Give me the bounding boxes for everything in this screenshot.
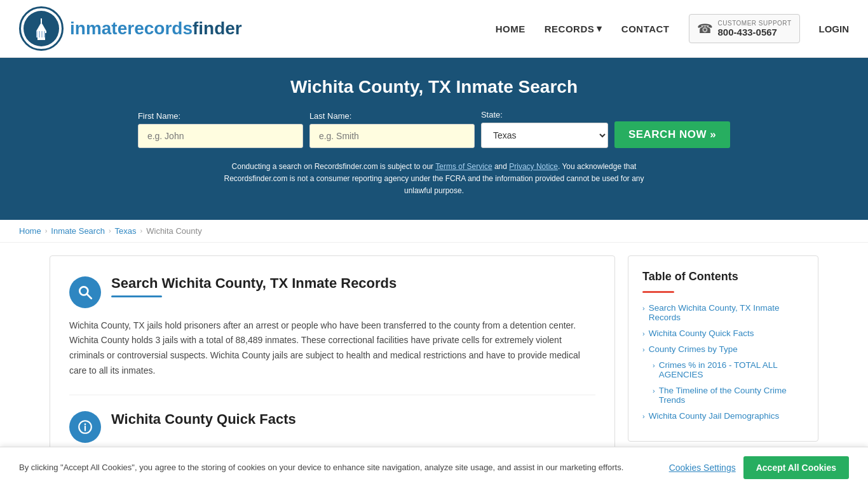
cookie-settings-button[interactable]: Cookies Settings bbox=[669, 463, 736, 473]
main-content: Search Wichita County, TX Inmate Records… bbox=[31, 255, 837, 463]
left-content: Search Wichita County, TX Inmate Records… bbox=[50, 255, 615, 463]
hero-disclaimer: Conducting a search on Recordsfinder.com… bbox=[212, 161, 656, 198]
svg-rect-8 bbox=[44, 31, 45, 37]
toc-list: › Search Wichita County, TX Inmate Recor… bbox=[642, 303, 804, 421]
main-nav: HOME RECORDS ▾ CONTACT ☎ CUSTOMER SUPPOR… bbox=[496, 14, 849, 43]
cookie-accept-button[interactable]: Accept All Cookies bbox=[743, 456, 849, 475]
state-label: State: bbox=[481, 110, 503, 119]
section-divider bbox=[69, 395, 595, 395]
breadcrumb-wichita: Wichita County bbox=[146, 226, 201, 236]
last-name-label: Last Name: bbox=[309, 111, 351, 121]
info-icon bbox=[77, 419, 93, 435]
nav-home[interactable]: HOME bbox=[496, 24, 526, 34]
logo-text: inmaterecordsfinder bbox=[70, 18, 242, 39]
breadcrumb: Home › Inmate Search › Texas › Wichita C… bbox=[0, 220, 868, 243]
search-icon bbox=[77, 284, 93, 301]
chevron-right-icon: › bbox=[653, 362, 655, 369]
first-name-group: First Name: bbox=[138, 111, 303, 148]
toc-title: Table of Contents bbox=[642, 270, 804, 283]
breadcrumb-sep-2: › bbox=[109, 227, 111, 234]
breadcrumb-inmate-search[interactable]: Inmate Search bbox=[51, 226, 105, 236]
breadcrumb-sep-1: › bbox=[45, 227, 48, 234]
support-label: CUSTOMER SUPPORT bbox=[718, 20, 792, 27]
svg-rect-5 bbox=[36, 31, 37, 37]
chevron-right-icon: › bbox=[642, 304, 645, 312]
right-sidebar: Table of Contents › Search Wichita Count… bbox=[628, 255, 818, 442]
phone-icon: ☎ bbox=[697, 21, 713, 36]
search-button[interactable]: SEARCH NOW » bbox=[614, 121, 730, 148]
chevron-right-icon: › bbox=[642, 346, 645, 353]
nav-records[interactable]: RECORDS ▾ bbox=[545, 23, 602, 34]
search-icon-circle bbox=[69, 276, 101, 308]
logo-icon bbox=[19, 6, 64, 51]
logo-area: inmaterecordsfinder bbox=[19, 6, 242, 51]
cookie-actions: Cookies Settings Accept All Cookies bbox=[669, 456, 849, 475]
chevron-down-icon: ▾ bbox=[597, 23, 602, 34]
breadcrumb-home[interactable]: Home bbox=[19, 226, 41, 236]
nav-login[interactable]: LOGIN bbox=[819, 24, 850, 34]
breadcrumb-sep-3: › bbox=[140, 227, 143, 234]
section1-header: Search Wichita County, TX Inmate Records bbox=[69, 275, 595, 308]
first-name-label: First Name: bbox=[138, 111, 180, 121]
toc-underline bbox=[642, 291, 674, 293]
toc-item-1: › Search Wichita County, TX Inmate Recor… bbox=[642, 303, 804, 322]
toc-link-6[interactable]: › Wichita County Jail Demographics bbox=[642, 411, 804, 421]
svg-rect-7 bbox=[41, 31, 43, 37]
state-group: State: Texas bbox=[481, 110, 608, 148]
svg-rect-4 bbox=[41, 18, 42, 23]
section2-header: Wichita County Quick Facts bbox=[69, 411, 595, 443]
chevron-right-icon: › bbox=[642, 330, 645, 337]
nav-contact[interactable]: CONTACT bbox=[621, 24, 670, 34]
toc-link-5[interactable]: › The Timeline of the County Crime Trend… bbox=[653, 386, 804, 405]
quick-facts-icon-circle bbox=[69, 411, 101, 443]
support-number: 800-433-0567 bbox=[718, 27, 792, 37]
toc-link-2[interactable]: › Wichita County Quick Facts bbox=[642, 329, 804, 338]
first-name-input[interactable] bbox=[138, 124, 303, 148]
cookie-banner: By clicking "Accept All Cookies", you ag… bbox=[0, 447, 868, 475]
hero-title: Wichita County, TX Inmate Search bbox=[13, 77, 855, 97]
state-select[interactable]: Texas bbox=[481, 123, 608, 148]
section2-title: Wichita County Quick Facts bbox=[111, 411, 296, 428]
cookie-text: By clicking "Accept All Cookies", you ag… bbox=[19, 461, 656, 474]
last-name-input[interactable] bbox=[309, 124, 475, 148]
breadcrumb-texas[interactable]: Texas bbox=[115, 226, 137, 236]
toc-link-4[interactable]: › Crimes % in 2016 - TOTAL ALL AGENCIES bbox=[653, 360, 804, 379]
toc-link-1[interactable]: › Search Wichita County, TX Inmate Recor… bbox=[642, 303, 804, 322]
toc-item-5: › The Timeline of the County Crime Trend… bbox=[642, 386, 804, 405]
section1-body: Wichita County, TX jails hold prisoners … bbox=[69, 318, 595, 379]
title-underline bbox=[111, 295, 162, 297]
chevron-right-icon: › bbox=[653, 387, 655, 395]
toc-item-4: › Crimes % in 2016 - TOTAL ALL AGENCIES bbox=[642, 360, 804, 379]
section1-title-area: Search Wichita County, TX Inmate Records bbox=[111, 275, 397, 297]
section1-title: Search Wichita County, TX Inmate Records bbox=[111, 275, 397, 292]
svg-rect-6 bbox=[39, 31, 40, 37]
toc-item-3: › County Crimes by Type bbox=[642, 344, 804, 354]
hero-section: Wichita County, TX Inmate Search First N… bbox=[0, 58, 868, 220]
chevron-right-icon: › bbox=[642, 412, 645, 420]
privacy-link[interactable]: Privacy Notice bbox=[509, 162, 558, 171]
toc-item-2: › Wichita County Quick Facts bbox=[642, 329, 804, 338]
search-form: First Name: Last Name: State: Texas SEAR… bbox=[13, 110, 855, 148]
last-name-group: Last Name: bbox=[309, 111, 475, 148]
customer-support-box: ☎ CUSTOMER SUPPORT 800-433-0567 bbox=[689, 14, 800, 43]
toc-link-3[interactable]: › County Crimes by Type bbox=[642, 344, 804, 354]
site-header: inmaterecordsfinder HOME RECORDS ▾ CONTA… bbox=[0, 0, 868, 58]
terms-link[interactable]: Terms of Service bbox=[435, 162, 492, 171]
toc-item-6: › Wichita County Jail Demographics bbox=[642, 411, 804, 421]
svg-line-10 bbox=[87, 294, 92, 299]
